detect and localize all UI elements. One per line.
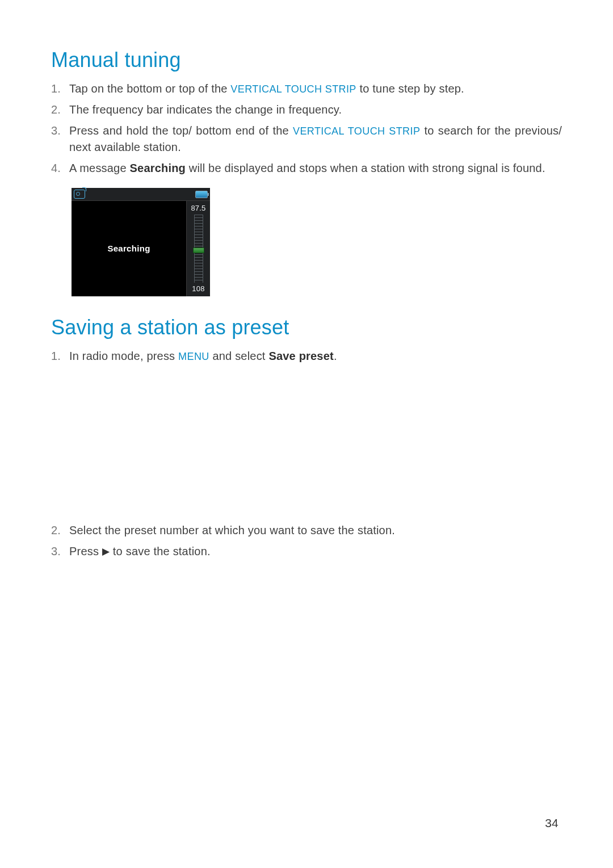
saving-preset-steps-b: 2. Select the preset number at which you… (51, 522, 562, 560)
figure-searching: Searching 87.5 108 (70, 187, 562, 297)
step-number: 3. (51, 543, 69, 560)
freq-bottom-label: 108 (192, 284, 204, 294)
list-item: 3. Press ▶ to save the station. (51, 543, 562, 560)
bold-save-preset: Save preset (268, 350, 334, 362)
step-number: 3. (51, 123, 69, 139)
device-frequency-bar: 87.5 108 (186, 201, 210, 296)
list-item: 4. A message Searching will be displayed… (51, 160, 562, 177)
battery-icon (195, 191, 208, 198)
text-fragment: A message (69, 162, 130, 174)
step-number: 4. (51, 160, 69, 177)
manual-tuning-steps: 1. Tap on the bottom or top of the VERTI… (51, 81, 562, 177)
step-text: Press and hold the top/ bottom end of th… (69, 123, 562, 156)
figure-placeholder-gap (51, 375, 562, 522)
device-main-area: Searching (72, 201, 186, 296)
step-text: A message Searching will be displayed an… (69, 160, 562, 177)
saving-preset-steps-a: 1. In radio mode, press MENU and select … (51, 348, 562, 364)
freq-top-label: 87.5 (191, 203, 205, 213)
text-fragment: and select (209, 350, 269, 362)
step-number: 1. (51, 348, 69, 364)
device-body: Searching 87.5 108 (72, 201, 210, 296)
list-item: 3. Press and hold the top/ bottom end of… (51, 123, 562, 156)
text-fragment: . (334, 350, 337, 362)
text-fragment: will be displayed and stops when a stati… (186, 162, 545, 174)
list-item: 2. The frequency bar indicates the chang… (51, 102, 562, 118)
frequency-scale (194, 215, 203, 283)
step-number: 1. (51, 81, 69, 97)
step-text: In radio mode, press MENU and select Sav… (69, 348, 562, 364)
keyword-menu: MENU (178, 351, 209, 362)
play-icon: ▶ (102, 546, 110, 557)
step-text: The frequency bar indicates the change i… (69, 102, 562, 118)
searching-label: Searching (107, 242, 150, 255)
radio-icon (74, 190, 85, 199)
keyword-vertical-touch-strip: VERTICAL TOUCH STRIP (293, 125, 420, 137)
list-item: 1. Tap on the bottom or top of the VERTI… (51, 81, 562, 97)
step-text: Tap on the bottom or top of the VERTICAL… (69, 81, 562, 97)
text-fragment: Press and hold the top/ bottom end of th… (69, 124, 293, 137)
step-number: 2. (51, 522, 69, 539)
text-fragment: Press (69, 545, 102, 557)
step-number: 2. (51, 102, 69, 118)
page: Manual tuning 1. Tap on the bottom or to… (0, 0, 613, 868)
text-fragment: to save the station. (110, 545, 211, 557)
text-fragment: In radio mode, press (69, 350, 178, 362)
keyword-vertical-touch-strip: VERTICAL TOUCH STRIP (230, 83, 356, 95)
list-item: 2. Select the preset number at which you… (51, 522, 562, 539)
heading-manual-tuning: Manual tuning (51, 45, 562, 75)
frequency-indicator (193, 248, 204, 253)
step-text: Press ▶ to save the station. (69, 543, 562, 560)
step-text: Select the preset number at which you wa… (69, 522, 562, 539)
heading-saving-preset: Saving a station as preset (51, 313, 562, 342)
page-number: 34 (545, 815, 559, 832)
bold-searching: Searching (130, 162, 186, 174)
device-screenshot: Searching 87.5 108 (70, 187, 211, 297)
text-fragment: Tap on the bottom or top of the (69, 82, 230, 95)
list-item: 1. In radio mode, press MENU and select … (51, 348, 562, 364)
text-fragment: to tune step by step. (356, 82, 464, 95)
device-statusbar (72, 188, 210, 201)
